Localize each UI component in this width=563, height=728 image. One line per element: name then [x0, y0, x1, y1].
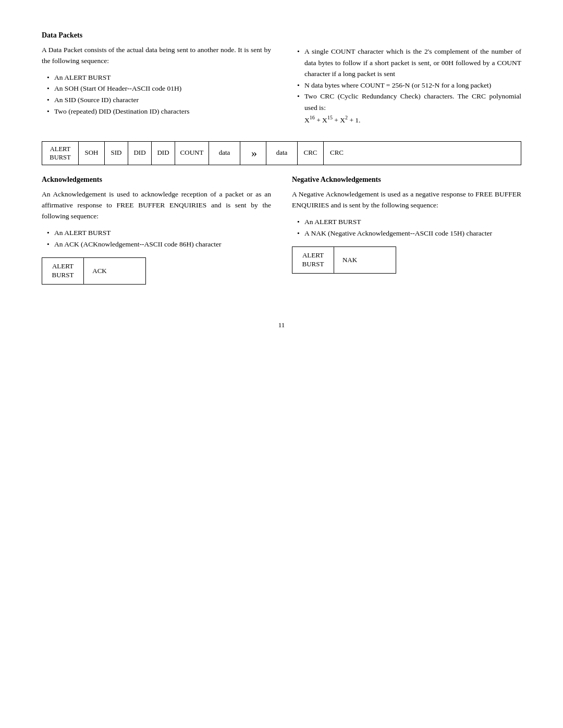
ack-diagram-ack: ACK: [84, 258, 115, 284]
diagram-sid: SID: [105, 142, 128, 165]
diagram-soh: SOH: [79, 142, 105, 165]
page-content: Data Packets A Data Packet consists of t…: [42, 31, 521, 329]
ack-bullet-ack: An ACK (ACKnowledgement--ASCII code 86H)…: [47, 239, 271, 250]
diagram-data2: data: [266, 142, 298, 165]
bullet-count: A single COUNT character which is the 2'…: [297, 46, 521, 80]
top-section: Data Packets A Data Packet consists of t…: [42, 31, 521, 131]
diagram-count: COUNT: [175, 142, 209, 165]
negative-ack-col: Negative Acknowledgements A Negative Ack…: [292, 176, 521, 290]
nak-diagram-nak: NAK: [334, 247, 365, 273]
diagram-did2: DID: [152, 142, 175, 165]
data-packets-right: A single COUNT character which is the 2'…: [292, 31, 521, 131]
diagram-squiggle: »: [240, 142, 266, 165]
bullet-did: Two (repeated) DID (Destination ID) char…: [47, 106, 271, 117]
bullet-crc: Two CRC (Cyclic Redundancy Check) charac…: [297, 91, 521, 125]
negative-ack-body: A Negative Acknowledgement is used as a …: [292, 189, 521, 211]
data-packets-bullets: An ALERT BURST An SOH (Start Of Header--…: [47, 72, 271, 117]
diagram-alert-burst: ALERT BURST: [42, 142, 79, 165]
ack-bullet-alert: An ALERT BURST: [47, 227, 271, 239]
nak-bullet-nak: A NAK (Negative Acknowledgement--ASCII c…: [297, 228, 521, 239]
nak-bullet-alert: An ALERT BURST: [297, 216, 521, 228]
bullet-soh: An SOH (Start Of Header--ASCII code 01H): [47, 83, 271, 94]
acknowledgements-title: Acknowledgements: [42, 176, 271, 184]
nak-diagram-alert-burst: ALERT BURST: [292, 247, 334, 273]
diagram-did1: DID: [128, 142, 152, 165]
diagram-data1: data: [209, 142, 240, 165]
bullet-alert-burst: An ALERT BURST: [47, 72, 271, 83]
nak-diagram: ALERT BURST NAK: [292, 246, 396, 274]
ack-section: Acknowledgements An Acknowledgement is u…: [42, 176, 521, 290]
acknowledgements-col: Acknowledgements An Acknowledgement is u…: [42, 176, 271, 290]
ack-diagram-alert-burst: ALERT BURST: [42, 258, 84, 284]
data-packets-intro: A Data Packet consists of the actual dat…: [42, 45, 271, 67]
negative-ack-bullets: An ALERT BURST A NAK (Negative Acknowled…: [297, 216, 521, 239]
data-packets-right-bullets: A single COUNT character which is the 2'…: [297, 46, 521, 126]
negative-ack-title: Negative Acknowledgements: [292, 176, 521, 184]
ack-diagram: ALERT BURST ACK: [42, 257, 146, 285]
diagram-crc1: CRC: [298, 142, 324, 165]
acknowledgements-bullets: An ALERT BURST An ACK (ACKnowledgement--…: [47, 227, 271, 250]
diagram-crc2: CRC: [324, 142, 350, 165]
acknowledgements-body: An Acknowledgement is used to acknowledg…: [42, 189, 271, 222]
bullet-sid: An SID (Source ID) character: [47, 94, 271, 106]
data-packets-title: Data Packets: [42, 31, 271, 40]
data-packet-diagram: ALERT BURST SOH SID DID DID COUNT data »…: [42, 141, 521, 166]
page-number: 11: [42, 321, 521, 329]
bullet-n-data: N data bytes where COUNT = 256-N (or 512…: [297, 80, 521, 91]
data-packets-left: Data Packets A Data Packet consists of t…: [42, 31, 271, 131]
